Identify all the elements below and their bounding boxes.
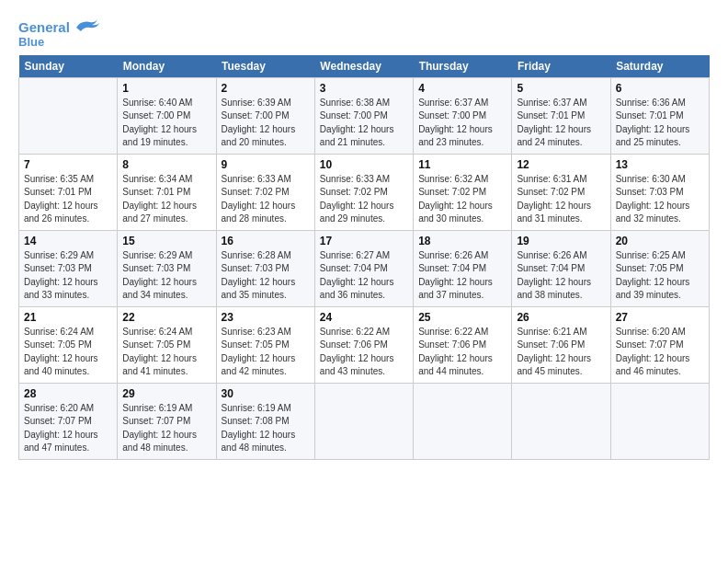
- day-number: 12: [517, 158, 605, 171]
- day-info-line: and 30 minutes.: [418, 213, 483, 224]
- day-info-line: and 35 minutes.: [222, 290, 287, 300]
- day-info-line: and 45 minutes.: [517, 366, 582, 376]
- day-info: Sunrise: 6:25 AMSunset: 7:05 PMDaylight:…: [616, 249, 704, 303]
- day-info: Sunrise: 6:28 AMSunset: 7:03 PMDaylight:…: [222, 249, 310, 303]
- day-info: Sunrise: 6:22 AMSunset: 7:06 PMDaylight:…: [320, 326, 408, 379]
- day-info: Sunrise: 6:21 AMSunset: 7:06 PMDaylight:…: [517, 326, 605, 379]
- day-number: 3: [320, 82, 408, 95]
- day-info-line: and 19 minutes.: [122, 137, 188, 147]
- day-info-line: Daylight: 12 hours: [517, 353, 591, 363]
- day-info-line: Sunset: 7:03 PM: [122, 263, 190, 273]
- day-info-line: and 39 minutes.: [616, 290, 681, 300]
- calendar-week-row: 1Sunrise: 6:40 AMSunset: 7:00 PMDaylight…: [19, 77, 710, 154]
- day-info-line: Daylight: 12 hours: [616, 201, 690, 211]
- calendar-cell: 8Sunrise: 6:34 AMSunset: 7:01 PMDaylight…: [118, 154, 216, 230]
- day-info-line: Daylight: 12 hours: [320, 353, 394, 363]
- day-info-line: Sunset: 7:07 PM: [122, 416, 190, 426]
- day-info: Sunrise: 6:35 AMSunset: 7:01 PMDaylight:…: [24, 173, 112, 226]
- day-info-line: Daylight: 12 hours: [320, 277, 394, 287]
- day-info-line: Sunset: 7:00 PM: [418, 110, 486, 121]
- day-info-line: and 32 minutes.: [616, 213, 681, 224]
- day-info-line: Sunrise: 6:30 AM: [616, 174, 686, 184]
- day-number: 2: [222, 82, 310, 95]
- day-info: Sunrise: 6:26 AMSunset: 7:04 PMDaylight:…: [517, 249, 605, 303]
- day-info-line: Sunrise: 6:39 AM: [222, 98, 291, 108]
- day-info-line: Sunrise: 6:29 AM: [122, 250, 192, 260]
- calendar-cell: 21Sunrise: 6:24 AMSunset: 7:05 PMDayligh…: [19, 306, 118, 383]
- day-info-line: Daylight: 12 hours: [517, 124, 591, 134]
- calendar-cell: 30Sunrise: 6:19 AMSunset: 7:08 PMDayligh…: [216, 383, 314, 459]
- day-info-line: Daylight: 12 hours: [517, 201, 591, 211]
- day-number: 10: [320, 158, 408, 171]
- calendar-day-header: Wednesday: [314, 55, 413, 78]
- day-info: Sunrise: 6:20 AMSunset: 7:07 PMDaylight:…: [616, 326, 704, 379]
- day-info: Sunrise: 6:19 AMSunset: 7:07 PMDaylight:…: [122, 402, 210, 455]
- day-info-line: Sunset: 7:04 PM: [517, 263, 585, 273]
- day-info-line: Daylight: 12 hours: [24, 277, 98, 287]
- calendar-day-header: Monday: [118, 55, 216, 78]
- day-info-line: and 28 minutes.: [222, 213, 287, 224]
- day-info-line: and 27 minutes.: [122, 213, 188, 224]
- calendar-table: SundayMondayTuesdayWednesdayThursdayFrid…: [18, 55, 710, 460]
- calendar-cell: 3Sunrise: 6:38 AMSunset: 7:00 PMDaylight…: [314, 77, 413, 154]
- day-info: Sunrise: 6:24 AMSunset: 7:05 PMDaylight:…: [122, 326, 210, 379]
- day-info-line: Sunset: 7:00 PM: [222, 110, 290, 121]
- day-info-line: Daylight: 12 hours: [222, 277, 296, 287]
- calendar-cell: 24Sunrise: 6:22 AMSunset: 7:06 PMDayligh…: [314, 306, 413, 383]
- calendar-cell: [414, 383, 512, 459]
- day-info-line: and 20 minutes.: [222, 137, 287, 147]
- day-number: 5: [517, 82, 605, 95]
- day-number: 24: [320, 311, 408, 324]
- day-info-line: and 41 minutes.: [122, 366, 188, 376]
- calendar-cell: 9Sunrise: 6:33 AMSunset: 7:02 PMDaylight…: [216, 154, 314, 230]
- day-info-line: and 37 minutes.: [418, 290, 483, 300]
- day-info: Sunrise: 6:32 AMSunset: 7:02 PMDaylight:…: [418, 173, 506, 226]
- day-info-line: Sunset: 7:07 PM: [616, 339, 684, 350]
- day-info-line: Sunset: 7:04 PM: [320, 263, 388, 273]
- day-number: 28: [24, 387, 112, 400]
- day-info: Sunrise: 6:40 AMSunset: 7:00 PMDaylight:…: [122, 97, 210, 150]
- day-info-line: Sunrise: 6:23 AM: [222, 327, 291, 337]
- day-info-line: Daylight: 12 hours: [24, 201, 98, 211]
- day-info-line: Sunset: 7:03 PM: [222, 263, 290, 273]
- day-info: Sunrise: 6:24 AMSunset: 7:05 PMDaylight:…: [24, 326, 112, 379]
- day-number: 1: [122, 82, 210, 95]
- day-info-line: and 48 minutes.: [122, 442, 188, 453]
- day-info: Sunrise: 6:33 AMSunset: 7:02 PMDaylight:…: [320, 173, 408, 226]
- calendar-cell: [610, 383, 709, 459]
- day-info-line: Sunset: 7:00 PM: [320, 110, 388, 121]
- day-number: 4: [418, 82, 506, 95]
- day-info-line: Sunset: 7:01 PM: [122, 187, 190, 197]
- day-info-line: Sunset: 7:05 PM: [222, 339, 290, 350]
- day-info-line: Sunset: 7:05 PM: [616, 263, 684, 273]
- calendar-cell: 2Sunrise: 6:39 AMSunset: 7:00 PMDaylight…: [216, 77, 314, 154]
- day-info-line: Sunrise: 6:33 AM: [320, 174, 390, 184]
- day-info-line: and 26 minutes.: [24, 213, 89, 224]
- calendar-cell: 5Sunrise: 6:37 AMSunset: 7:01 PMDaylight…: [512, 77, 610, 154]
- page-container: General Blue SundayMondayTuesdayWednesda…: [0, 0, 728, 469]
- calendar-cell: [19, 77, 118, 154]
- calendar-day-header: Tuesday: [216, 55, 314, 78]
- day-info-line: and 38 minutes.: [517, 290, 582, 300]
- page-header: General Blue: [18, 17, 710, 50]
- day-info-line: Daylight: 12 hours: [418, 277, 493, 287]
- calendar-cell: 23Sunrise: 6:23 AMSunset: 7:05 PMDayligh…: [216, 306, 314, 383]
- day-info-line: Sunset: 7:06 PM: [320, 339, 388, 350]
- day-info-line: Sunrise: 6:31 AM: [517, 174, 586, 184]
- day-number: 21: [24, 311, 112, 324]
- day-info-line: Sunset: 7:02 PM: [222, 187, 290, 197]
- day-info-line: Sunset: 7:03 PM: [24, 263, 92, 273]
- calendar-cell: 27Sunrise: 6:20 AMSunset: 7:07 PMDayligh…: [610, 306, 709, 383]
- calendar-week-row: 21Sunrise: 6:24 AMSunset: 7:05 PMDayligh…: [19, 306, 710, 383]
- calendar-cell: 11Sunrise: 6:32 AMSunset: 7:02 PMDayligh…: [414, 154, 512, 230]
- day-number: 25: [418, 311, 506, 324]
- calendar-cell: 26Sunrise: 6:21 AMSunset: 7:06 PMDayligh…: [512, 306, 610, 383]
- day-number: 22: [122, 311, 210, 324]
- day-info-line: Sunset: 7:01 PM: [24, 187, 92, 197]
- day-info-line: Daylight: 12 hours: [122, 124, 197, 134]
- day-info-line: and 48 minutes.: [222, 442, 287, 453]
- day-info-line: and 31 minutes.: [517, 213, 582, 224]
- day-info: Sunrise: 6:26 AMSunset: 7:04 PMDaylight:…: [418, 249, 506, 303]
- day-info-line: Sunset: 7:02 PM: [418, 187, 486, 197]
- day-info-line: Sunrise: 6:33 AM: [222, 174, 291, 184]
